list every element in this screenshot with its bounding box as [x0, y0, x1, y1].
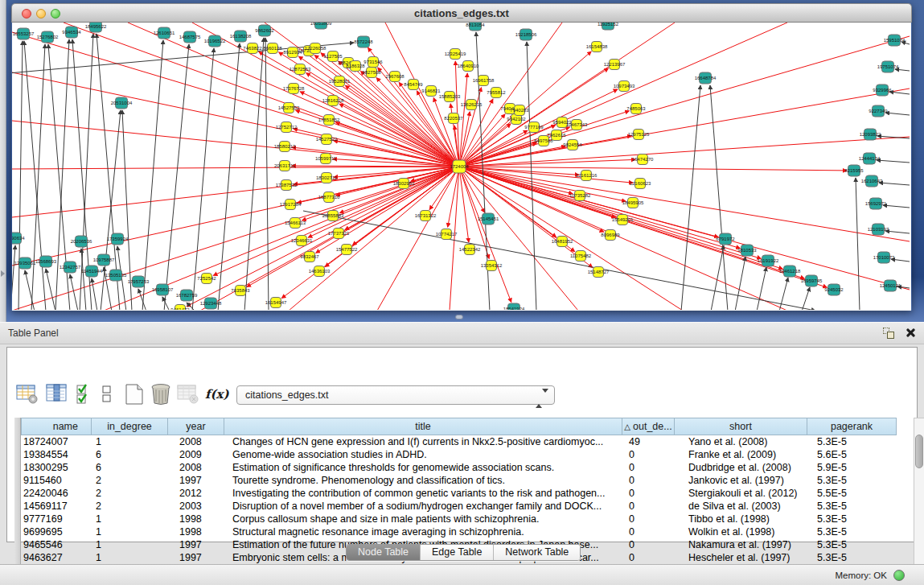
graph-edge[interactable]	[877, 160, 910, 163]
memory-ok-indicator[interactable]	[893, 570, 905, 581]
table-cell[interactable]: Corpus callosum shape and size in male p…	[224, 513, 622, 525]
table-cell[interactable]: 2	[92, 500, 168, 513]
table-cell[interactable]: 2012	[168, 487, 224, 500]
graph-edge[interactable]	[459, 167, 847, 171]
column-header-out_de[interactable]: △out_de...	[622, 418, 675, 435]
close-panel-icon[interactable]	[905, 327, 916, 338]
table-cell[interactable]: Stergiakouli et al. (2012)	[675, 487, 807, 500]
table-row[interactable]: 1830029562008Estimation of significance …	[21, 461, 914, 474]
graph-edge[interactable]	[889, 92, 910, 94]
table-cell[interactable]: 0	[622, 525, 675, 538]
table-cell[interactable]: 0	[622, 500, 675, 513]
table-cell[interactable]: Wolkin et al. (1998)	[675, 525, 807, 538]
graph-edge[interactable]	[459, 167, 787, 310]
table-cell[interactable]: 5.3E-5	[807, 474, 897, 487]
split-pane-handle[interactable]	[455, 315, 463, 319]
insert-column-icon[interactable]	[45, 383, 69, 406]
table-cell[interactable]: Disruption of a novel member of a sodium…	[224, 500, 622, 513]
panel-collapse-arrow-icon[interactable]	[1, 270, 5, 277]
window-titlebar[interactable]: citations_edges.txt	[11, 3, 912, 23]
graph-edge[interactable]	[339, 104, 459, 167]
graph-edge[interactable]	[31, 44, 45, 310]
column-header-name[interactable]: name	[21, 418, 92, 435]
graph-edge[interactable]	[292, 166, 459, 167]
graph-edge[interactable]	[459, 23, 787, 167]
table-cell[interactable]: 6	[92, 448, 168, 461]
graph-edge[interactable]	[46, 269, 55, 310]
table-cell[interactable]: 1998	[168, 525, 224, 538]
graph-edge[interactable]	[244, 38, 264, 310]
table-cell[interactable]: 1997	[168, 474, 224, 487]
table-cell[interactable]: Jankovic et al. (1997)	[675, 474, 807, 487]
tab-network-table[interactable]: Network Table	[493, 545, 580, 560]
graph-edge[interactable]	[885, 231, 910, 233]
table-cell[interactable]: Dudbridge et al. (2008)	[675, 461, 807, 474]
graph-edge[interactable]	[142, 40, 163, 310]
graph-edge[interactable]	[856, 178, 860, 310]
column-header-year[interactable]: year	[168, 418, 224, 435]
table-row[interactable]: 1872400712008Changes of HCN gene express…	[21, 435, 914, 448]
table-cell[interactable]: 0	[622, 461, 675, 474]
table-row[interactable]: 977716911998Corpus callosum shape and si…	[21, 513, 914, 525]
graph-edge[interactable]	[527, 42, 536, 310]
table-cell[interactable]: 1	[92, 525, 168, 538]
table-cell[interactable]: 9115460	[21, 474, 92, 487]
tab-node-table[interactable]: Node Table	[347, 545, 420, 560]
graph-edge[interactable]	[459, 36, 910, 167]
graph-edge[interactable]	[885, 113, 910, 115]
table-cell[interactable]: 18724007	[21, 435, 92, 448]
graph-edge[interactable]	[757, 267, 766, 310]
table-cell[interactable]: 9699695	[21, 525, 92, 538]
graph-edge[interactable]	[70, 274, 78, 310]
table-cell[interactable]: 19384554	[21, 448, 92, 461]
table-cell[interactable]: 14569117	[21, 500, 92, 513]
select-columns-icon[interactable]	[75, 383, 96, 406]
graph-edge[interactable]	[162, 297, 170, 310]
graph-edge[interactable]	[12, 32, 459, 167]
table-row[interactable]: 1938455462009Genome-wide association stu…	[21, 448, 914, 461]
table-cell[interactable]: 2003	[168, 500, 224, 513]
table-cell[interactable]: 22420046	[21, 487, 92, 500]
network-view-window[interactable]: citations_edges.txt 10553257152768029346…	[11, 3, 912, 311]
table-row[interactable]: 969969511998Structural magnetic resonanc…	[21, 525, 914, 538]
graph-edge[interactable]	[12, 167, 459, 217]
graph-edge[interactable]	[735, 257, 745, 310]
graph-edge[interactable]	[12, 245, 15, 310]
table-cell[interactable]: 49	[622, 435, 675, 448]
graph-edge[interactable]	[187, 167, 459, 307]
table-cell[interactable]: Tibbo et al. (1998)	[675, 513, 807, 525]
table-cell[interactable]: Changes of HCN gene expression and I(f) …	[224, 435, 622, 448]
table-cell[interactable]: 18300295	[21, 461, 92, 474]
graph-edge[interactable]	[265, 38, 269, 310]
table-cell[interactable]: 5.6E-5	[807, 448, 897, 461]
table-cell[interactable]: Tourette syndrome. Phenomenology and cla…	[224, 474, 622, 487]
delete-icon[interactable]	[149, 383, 175, 406]
table-row[interactable]: 1456911722003Disruption of a novel membe…	[21, 500, 914, 513]
table-cell[interactable]: Investigating the contribution of common…	[224, 487, 622, 500]
table-cell[interactable]: 5.3E-5	[807, 513, 897, 525]
table-cell[interactable]: Yano et al. (2008)	[675, 435, 807, 448]
graph-edge[interactable]	[883, 205, 910, 208]
table-cell[interactable]: 1	[92, 435, 168, 448]
table-cell[interactable]: 1	[92, 513, 168, 525]
table-cell[interactable]: 5.9E-5	[807, 461, 897, 474]
graph-edge[interactable]	[459, 137, 910, 167]
table-cell[interactable]: Estimation of significance thresholds fo…	[224, 461, 622, 474]
graph-edge[interactable]	[81, 249, 86, 310]
table-cell[interactable]: 6	[92, 461, 168, 474]
table-cell[interactable]: Genome-wide association studies in ADHD.	[224, 448, 622, 461]
tab-edge-table[interactable]: Edge Table	[420, 545, 493, 560]
graph-edge[interactable]	[24, 41, 46, 310]
graph-edge[interactable]	[802, 287, 810, 310]
table-row[interactable]: 911546021997Tourette syndrome. Phenomeno…	[21, 474, 914, 487]
table-cell[interactable]: 0	[622, 513, 675, 525]
column-header-title[interactable]: title	[224, 418, 622, 435]
graph-edge[interactable]	[459, 167, 683, 310]
graph-edge[interactable]	[879, 183, 910, 185]
graph-edge[interactable]	[12, 167, 459, 169]
new-file-icon[interactable]	[122, 383, 146, 406]
table-cell[interactable]: 2008	[168, 435, 224, 448]
graph-edge[interactable]	[459, 167, 740, 248]
graph-edge[interactable]	[303, 211, 815, 310]
table-cell[interactable]: 5.5E-5	[807, 487, 897, 500]
